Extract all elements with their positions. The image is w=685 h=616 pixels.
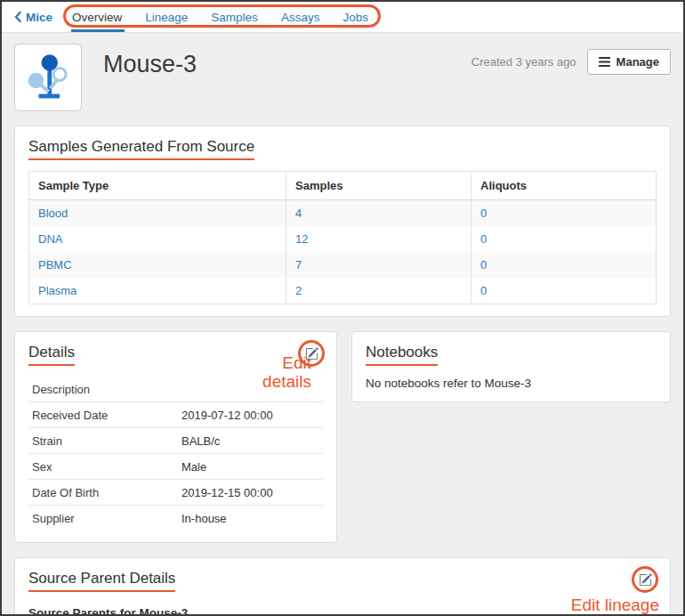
samples-count-link[interactable]: 7	[295, 258, 302, 272]
lineage-panel-heading: Source Parent Details	[28, 570, 175, 592]
field-value: BALB/c	[181, 434, 220, 448]
sample-type-link[interactable]: Blood	[38, 207, 68, 220]
main-content: Samples Generated From Source Sample Typ…	[2, 126, 683, 616]
table-row: Blood 4 0	[29, 200, 657, 227]
tab-lineage[interactable]: Lineage	[145, 11, 188, 24]
source-parent-details-panel: Source Parent Details Edit lineage Sourc…	[14, 557, 671, 616]
field-label: Description	[32, 383, 181, 396]
details-panel: Details Edit details	[14, 331, 337, 543]
page-title: Mouse-3	[103, 51, 197, 78]
details-fields: Description Received Date 2019-07-12 00:…	[28, 377, 323, 531]
aliquots-count-link[interactable]: 0	[480, 284, 487, 297]
field-value: Male	[181, 460, 206, 474]
created-timestamp: Created 3 years ago	[471, 55, 576, 69]
field-row-sex: Sex Male	[28, 454, 323, 480]
active-tab-underline	[71, 29, 125, 32]
details-panel-heading: Details	[28, 344, 75, 366]
field-label: Sex	[32, 460, 181, 474]
edit-lineage-button[interactable]	[632, 566, 658, 593]
samples-table: Sample Type Samples Aliquots Blood 4 0 D…	[28, 171, 657, 304]
notebooks-panel: Notebooks No notebooks refer to Mouse-3	[351, 331, 671, 402]
samples-generated-panel: Samples Generated From Source Sample Typ…	[14, 126, 671, 317]
table-header-row: Sample Type Samples Aliquots	[29, 172, 657, 200]
edit-details-button[interactable]	[298, 340, 325, 367]
samples-count-link[interactable]: 2	[295, 284, 302, 297]
field-row-description: Description	[28, 377, 323, 402]
pencil-square-icon	[305, 347, 318, 361]
column-header-samples: Samples	[286, 172, 471, 200]
field-value: In-house	[181, 512, 227, 525]
table-row: DNA 12 0	[29, 226, 657, 252]
source-lineage-icon	[14, 44, 82, 111]
samples-count-link[interactable]: 12	[295, 232, 308, 246]
field-row-received-date: Received Date 2019-07-12 00:00	[28, 402, 323, 428]
aliquots-count-link[interactable]: 0	[480, 207, 487, 220]
manage-button[interactable]: Manage	[587, 49, 671, 75]
field-value: 2019-12-15 00:00	[181, 486, 273, 499]
sample-type-link[interactable]: DNA	[38, 232, 62, 246]
samples-count-link[interactable]: 4	[295, 207, 302, 220]
app-window: Mice Overview Lineage Samples Assays Job…	[0, 0, 685, 616]
edit-details-control	[298, 340, 325, 367]
table-row: Plasma 2 0	[29, 278, 657, 304]
table-row: PBMC 7 0	[29, 252, 657, 278]
edit-lineage-control	[632, 566, 658, 593]
header-actions: Created 3 years ago Manage	[471, 49, 671, 75]
field-row-strain: Strain BALB/c	[28, 428, 323, 454]
menu-icon	[599, 57, 610, 67]
chevron-left-icon	[14, 12, 21, 22]
samples-panel-heading: Samples Generated From Source	[28, 138, 254, 160]
manage-button-label: Manage	[616, 55, 659, 69]
field-row-supplier: Supplier In-house	[28, 506, 323, 531]
field-value: 2019-07-12 00:00	[181, 409, 273, 422]
pencil-square-icon	[639, 573, 652, 587]
sample-type-link[interactable]: Plasma	[38, 284, 77, 297]
source-parents-subheading: Source Parents for Mouse-3	[28, 606, 657, 616]
details-notebooks-row: Details Edit details	[14, 331, 671, 543]
back-link-label: Mice	[26, 11, 52, 24]
column-header-aliquots: Aliquots	[471, 172, 657, 200]
column-header-sample-type: Sample Type	[29, 172, 286, 200]
sample-type-link[interactable]: PBMC	[38, 258, 72, 272]
tab-samples[interactable]: Samples	[211, 11, 258, 24]
tab-strip: Overview Lineage Samples Assays Jobs	[72, 2, 377, 32]
notebooks-panel-heading: Notebooks	[366, 344, 438, 366]
top-navigation: Mice Overview Lineage Samples Assays Job…	[2, 2, 683, 33]
aliquots-count-link[interactable]: 0	[480, 232, 487, 246]
field-label: Received Date	[32, 409, 181, 422]
field-label: Supplier	[32, 512, 181, 525]
tab-overview[interactable]: Overview	[72, 11, 122, 24]
notebooks-empty-message: No notebooks refer to Mouse-3	[366, 377, 657, 390]
tab-assays[interactable]: Assays	[281, 11, 320, 24]
back-link-mice[interactable]: Mice	[14, 2, 52, 32]
field-label: Date Of Birth	[32, 486, 181, 499]
field-row-date-of-birth: Date Of Birth 2019-12-15 00:00	[28, 480, 323, 506]
page-header: Mouse-3 Created 3 years ago Manage	[2, 33, 683, 120]
tab-jobs[interactable]: Jobs	[342, 11, 368, 24]
aliquots-count-link[interactable]: 0	[480, 258, 487, 272]
field-label: Strain	[32, 434, 181, 448]
